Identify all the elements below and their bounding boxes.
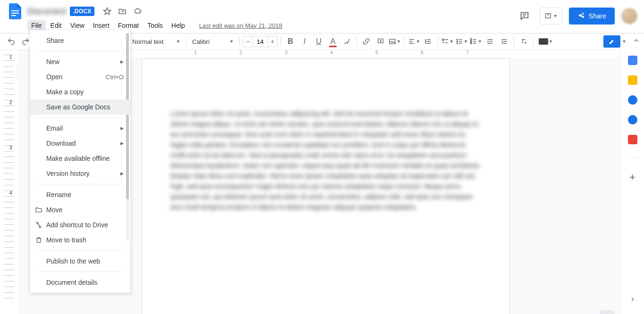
svg-rect-0 xyxy=(545,14,551,18)
editing-mode-button[interactable] xyxy=(603,35,620,48)
collapse-toolbar-button[interactable] xyxy=(633,37,640,46)
menu-item-label: Email xyxy=(46,124,63,132)
file-menu-item[interactable]: Save as Google Docs xyxy=(30,99,130,115)
menu-file[interactable]: File xyxy=(27,20,46,31)
bullet-list-button[interactable]: ▼ xyxy=(455,35,468,48)
cloud-icon[interactable] xyxy=(133,7,142,16)
editing-mode-dropdown[interactable]: ▼ xyxy=(621,35,627,48)
submenu-arrow-icon: ▶ xyxy=(120,171,124,176)
paragraph-style-select[interactable]: Normal text▼ xyxy=(127,35,183,48)
menu-item-label: Open xyxy=(46,73,62,81)
checklist-button[interactable]: ▼ xyxy=(441,35,454,48)
last-edit-link[interactable]: Last edit was on May 21, 2018 xyxy=(199,22,282,29)
submenu-arrow-icon: ▶ xyxy=(120,141,124,146)
menu-item-label: Save as Google Docs xyxy=(46,103,110,111)
underline-button[interactable]: U xyxy=(312,35,325,48)
file-menu-item[interactable]: Make available offline xyxy=(30,151,130,166)
menu-item-label: New xyxy=(46,58,59,66)
file-menu-item[interactable]: New▶ xyxy=(30,54,130,69)
menu-item-label: Publish to the web xyxy=(46,257,100,265)
horizontal-ruler: 1234567 xyxy=(125,50,644,58)
indent-decrease-button[interactable] xyxy=(483,35,497,48)
menu-insert[interactable]: Insert xyxy=(89,20,113,31)
folder-icon xyxy=(35,206,42,214)
svg-text:3: 3 xyxy=(470,42,472,44)
text-color-button[interactable]: A xyxy=(326,35,339,48)
font-label: Calibri xyxy=(192,38,210,45)
font-select[interactable]: Calibri▼ xyxy=(189,35,237,48)
clear-formatting-button[interactable] xyxy=(517,35,530,48)
numbered-list-button[interactable]: 123▼ xyxy=(469,35,483,48)
paragraph-style-label: Normal text xyxy=(132,38,163,45)
file-menu-item[interactable]: Make a copy xyxy=(30,84,130,99)
share-label: Share xyxy=(589,12,606,20)
maps-addon-icon[interactable] xyxy=(628,135,637,144)
insert-link-button[interactable] xyxy=(360,35,373,48)
menu-help[interactable]: Help xyxy=(168,20,189,31)
share-button[interactable]: Share xyxy=(569,8,615,25)
account-avatar[interactable] xyxy=(621,8,637,24)
comment-history-button[interactable] xyxy=(516,8,533,25)
file-menu-item[interactable]: Document details xyxy=(30,275,130,290)
file-menu-item[interactable]: Move to trash xyxy=(30,232,130,248)
menu-item-label: Move to trash xyxy=(46,236,86,244)
hide-sidepanel-button[interactable] xyxy=(629,296,636,305)
file-menu-item[interactable]: Version history▶ xyxy=(30,166,130,181)
explore-button[interactable] xyxy=(601,310,614,314)
file-menu-item[interactable]: Share xyxy=(30,33,130,48)
doc-title[interactable]: Document xyxy=(27,7,66,17)
file-menu-dropdown: ShareNew▶OpenCtrl+OMake a copySave as Go… xyxy=(30,30,130,293)
format-badge: .DOCX xyxy=(70,7,94,16)
get-addons-button[interactable]: + xyxy=(629,171,636,183)
indent-increase-button[interactable] xyxy=(498,35,511,48)
menu-item-label: Make a copy xyxy=(46,88,84,96)
menu-edit[interactable]: Edit xyxy=(47,20,66,31)
file-menu-item[interactable]: Email▶ xyxy=(30,121,130,136)
line-spacing-button[interactable] xyxy=(422,35,435,48)
font-size-increase[interactable]: + xyxy=(267,36,278,47)
shortcut-label: Ctrl+O xyxy=(106,74,124,81)
undo-button[interactable] xyxy=(5,35,18,48)
docs-logo[interactable] xyxy=(6,2,25,21)
body-text[interactable]: Lorem ipsum dolor sit amet, consectetur … xyxy=(170,108,481,212)
menu-item-label: Document details xyxy=(46,279,97,286)
svg-point-4 xyxy=(457,39,458,40)
file-menu-item[interactable]: Add shortcut to Drive xyxy=(30,217,130,232)
tasks-addon-icon[interactable] xyxy=(628,95,637,105)
menu-item-label: Move xyxy=(46,206,62,214)
svg-point-6 xyxy=(457,43,458,44)
file-menu-item[interactable]: OpenCtrl+O xyxy=(30,69,130,84)
menu-item-label: Make available offline xyxy=(46,155,110,162)
bold-button[interactable]: B xyxy=(284,35,297,48)
contacts-addon-icon[interactable] xyxy=(628,115,637,124)
document-page[interactable]: Lorem ipsum dolor sit amet, consectetur … xyxy=(142,58,510,314)
svg-point-5 xyxy=(457,41,458,42)
star-icon[interactable] xyxy=(103,7,111,16)
file-menu-item[interactable]: Download▶ xyxy=(30,136,130,151)
trash-icon xyxy=(35,236,42,244)
menu-item-label: Add shortcut to Drive xyxy=(46,221,108,229)
menu-item-label: Version history xyxy=(46,170,90,177)
menu-format[interactable]: Format xyxy=(114,20,143,31)
italic-button[interactable]: I xyxy=(298,35,311,48)
font-size-decrease[interactable]: − xyxy=(243,36,253,47)
file-menu-item[interactable]: Move xyxy=(30,202,130,217)
menu-view[interactable]: View xyxy=(67,20,88,31)
submenu-arrow-icon: ▶ xyxy=(120,126,124,131)
insert-image-button[interactable]: ▼ xyxy=(388,35,401,48)
insert-comment-button[interactable] xyxy=(374,35,387,48)
align-button[interactable]: ▼ xyxy=(407,35,421,48)
font-size-value[interactable]: 14 xyxy=(253,36,267,47)
move-folder-icon[interactable] xyxy=(118,7,127,16)
highlight-button[interactable] xyxy=(340,35,354,48)
font-size-group: − 14 + xyxy=(243,36,278,47)
calendar-addon-icon[interactable] xyxy=(628,56,637,65)
input-tools-button[interactable]: ▼ xyxy=(536,35,555,48)
file-menu-item[interactable]: Publish to the web xyxy=(30,254,130,269)
keep-addon-icon[interactable] xyxy=(628,75,637,85)
menu-tools[interactable]: Tools xyxy=(144,20,167,31)
menu-item-label: Share xyxy=(46,37,64,44)
present-button[interactable]: ▼ xyxy=(540,8,562,25)
menu-item-label: Rename xyxy=(46,191,71,198)
file-menu-item[interactable]: Rename xyxy=(30,187,130,202)
